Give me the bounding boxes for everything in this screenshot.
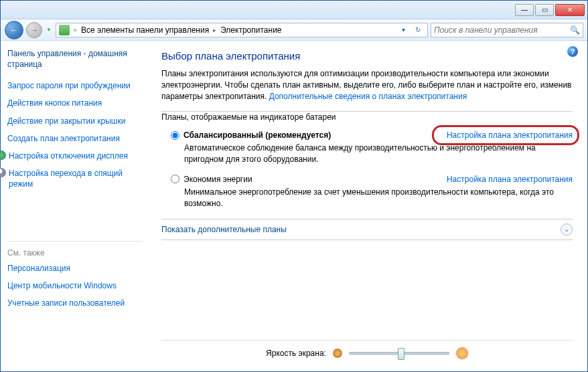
plan-name-balanced: Сбалансированный (рекомендуется) — [183, 130, 331, 140]
titlebar: — ▭ ✕ — [1, 1, 587, 19]
main-panel: ? Выбор плана электропитания Планы элект… — [147, 41, 587, 371]
sidebar-item-label: Настройка перехода в спящий режим — [9, 168, 143, 189]
content: Панель управления - домашняя страница За… — [1, 41, 587, 371]
plan-balanced: Сбалансированный (рекомендуется) Настрой… — [171, 130, 573, 165]
plan-name-saver: Экономия энергии — [183, 175, 252, 184]
sidebar: Панель управления - домашняя страница За… — [1, 41, 147, 371]
radio-saver[interactable] — [171, 175, 179, 183]
breadcrumb-prefix: « — [72, 27, 78, 33]
help-icon[interactable]: ? — [567, 46, 578, 57]
window-controls: — ▭ ✕ — [515, 4, 585, 16]
separator — [7, 241, 143, 242]
slider-thumb[interactable] — [398, 348, 405, 360]
sidebar-link-display-off[interactable]: Настройка отключения дисплея — [0, 151, 143, 161]
sidebar-link-create-plan[interactable]: Создать план электропитания — [7, 133, 143, 144]
sidebar-link-sleep[interactable]: Настройка перехода в спящий режим — [0, 168, 143, 189]
chevron-right-icon: ▸ — [212, 27, 218, 33]
sidebar-item-label: Настройка отключения дисплея — [9, 151, 128, 161]
page-title: Выбор плана электропитания — [161, 50, 573, 62]
breadcrumb-power[interactable]: Электропитание — [220, 25, 281, 35]
brightness-control: Яркость экрана: — [161, 340, 573, 366]
back-button[interactable]: ← — [5, 21, 23, 39]
fieldset-label: Планы, отображаемые на индикаторе батаре… — [161, 112, 342, 122]
see-also-heading: См. также — [7, 248, 143, 258]
moon-icon — [0, 168, 6, 177]
window: — ▭ ✕ ← → ▼ « Все элементы панели управл… — [0, 0, 588, 372]
search-bar[interactable]: 🔍 — [431, 23, 583, 37]
page-description: Планы электропитания используются для оп… — [161, 68, 573, 102]
forward-button[interactable]: → — [26, 22, 42, 38]
plan-desc-saver: Минимальное энергопотребление за счет ум… — [184, 187, 573, 209]
brightness-slider[interactable] — [349, 352, 449, 355]
search-icon[interactable]: 🔍 — [569, 25, 580, 35]
sun-dim-icon — [333, 349, 342, 358]
plan-desc-balanced: Автоматическое соблюдение баланса между … — [184, 143, 573, 165]
shield-icon — [0, 151, 6, 160]
minimize-button[interactable]: — — [515, 4, 534, 16]
sidebar-home[interactable]: Панель управления - домашняя страница — [7, 49, 143, 70]
breadcrumb-all-items[interactable]: Все элементы панели управления — [81, 25, 209, 35]
plan-settings-link-saver[interactable]: Настройка плана электропитания — [447, 175, 573, 184]
sidebar-link-lid[interactable]: Действие при закрытии крышки — [7, 116, 143, 126]
expander-label: Показать дополнительные планы — [161, 225, 287, 234]
sidebar-link-accounts[interactable]: Учетные записи пользователей — [7, 298, 143, 308]
show-more-plans[interactable]: Показать дополнительные планы ⌄ — [161, 219, 573, 240]
sidebar-link-buttons[interactable]: Действия кнопок питания — [7, 98, 143, 108]
address-dropdown-icon[interactable]: ▾ — [396, 24, 410, 36]
plan-settings-link-balanced[interactable]: Настройка плана электропитания — [447, 130, 573, 140]
refresh-button[interactable]: ↻ — [411, 24, 425, 36]
search-input[interactable] — [434, 25, 569, 35]
plan-saver: Экономия энергии Настройка плана электро… — [171, 175, 573, 209]
navbar: ← → ▼ « Все элементы панели управления ▸… — [1, 19, 587, 41]
plans-fieldset: Планы, отображаемые на индикаторе батаре… — [161, 111, 573, 209]
radio-balanced[interactable] — [171, 131, 179, 140]
chevron-down-icon: ⌄ — [561, 223, 573, 236]
maximize-button[interactable]: ▭ — [535, 4, 554, 16]
control-panel-icon — [59, 25, 70, 35]
sidebar-link-password[interactable]: Запрос пароля при пробуждении — [7, 80, 143, 91]
sun-bright-icon — [456, 347, 468, 359]
address-bar[interactable]: « Все элементы панели управления ▸ Элект… — [56, 23, 428, 37]
brightness-label: Яркость экрана: — [266, 349, 326, 358]
sidebar-link-personalization[interactable]: Персонализация — [7, 263, 143, 274]
history-dropdown-icon[interactable]: ▼ — [45, 23, 53, 37]
sidebar-link-mobility[interactable]: Центр мобильности Windows — [7, 280, 143, 291]
close-button[interactable]: ✕ — [555, 4, 585, 16]
more-info-link[interactable]: Дополнительные сведения о планах электро… — [269, 92, 467, 101]
